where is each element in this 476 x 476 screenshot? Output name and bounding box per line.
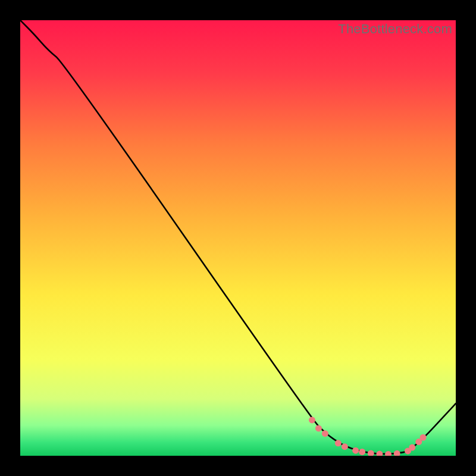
watermark-text: TheBottleneck.com: [338, 21, 452, 37]
chart-frame: TheBottleneck.com: [0, 0, 476, 476]
gradient-background: [20, 20, 456, 456]
data-marker: [322, 430, 328, 437]
data-marker: [409, 444, 415, 451]
data-marker: [315, 425, 322, 431]
plot-area: [20, 20, 456, 456]
data-marker: [335, 440, 342, 446]
data-marker: [342, 443, 348, 450]
data-marker: [420, 434, 427, 441]
data-marker: [359, 449, 365, 455]
data-marker: [352, 447, 359, 454]
chart-svg: [20, 20, 456, 456]
data-marker: [309, 416, 315, 423]
